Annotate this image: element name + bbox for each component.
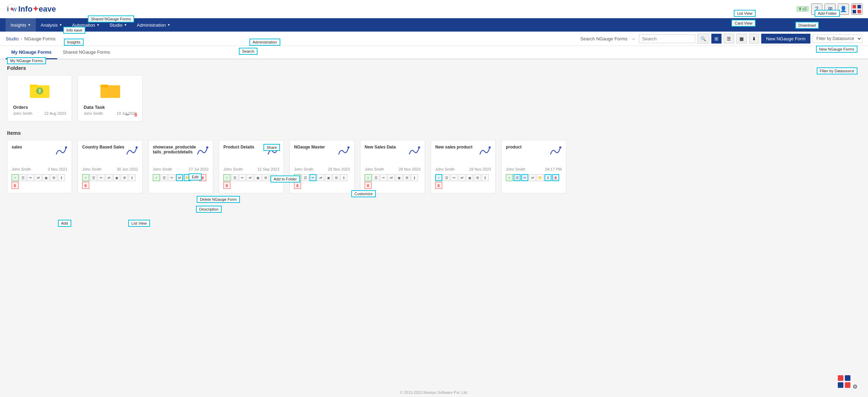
settings-btn-nsp[interactable]: ⚙ xyxy=(474,174,481,181)
logo[interactable]: i ✦ W Info ✦ eave xyxy=(6,4,56,15)
add-btn-nm[interactable]: + xyxy=(294,174,301,181)
share-btn-p[interactable]: ⇌ xyxy=(529,174,536,181)
circle-btn-nm[interactable]: ◉ xyxy=(325,174,332,181)
settings-btn-nm[interactable]: ⚙ xyxy=(333,174,340,181)
del-btn-nm[interactable]: 🗑 xyxy=(294,182,301,189)
edit-btn-nsd[interactable]: ✏ xyxy=(380,174,387,181)
item-new-sales-data[interactable]: New Sales Data John Smith 28 Nov 2023 + … xyxy=(360,140,425,193)
item-new-sales-data-header: New Sales Data xyxy=(365,145,420,157)
user-icon[interactable]: 👤 xyxy=(838,4,849,15)
share-btn-nm[interactable]: ⇌ xyxy=(317,174,324,181)
nav-item-insights[interactable]: Insights ▼ xyxy=(6,18,36,32)
nav-item-analysis[interactable]: Analysis ▼ xyxy=(36,18,67,32)
info-btn-sh[interactable]: ℹ xyxy=(191,174,198,181)
del-btn-cs[interactable]: 🗑 xyxy=(82,182,89,189)
edit-btn-nsp[interactable]: ✏ xyxy=(451,174,458,181)
add-btn-p[interactable]: + xyxy=(506,174,513,181)
add-btn-sales[interactable]: + xyxy=(12,174,19,181)
tabs-bar: My NGauge Forms Shared NGauge Forms xyxy=(0,46,868,59)
circle-btn-sales[interactable]: ◉ xyxy=(43,174,50,181)
edit-btn-nm[interactable]: ✏ xyxy=(309,174,316,181)
edit-btn-cs[interactable]: ✏ xyxy=(98,174,105,181)
tab-my-nguage-forms[interactable]: My NGauge Forms xyxy=(6,46,57,59)
help-icon[interactable]: ? xyxy=(811,4,822,15)
share-btn-pd[interactable]: ⇌ xyxy=(247,174,254,181)
tab-shared-nguage-forms[interactable]: Shared NGauge Forms xyxy=(57,46,116,59)
info-btn-cs[interactable]: ℹ xyxy=(129,174,136,181)
share-btn-sales[interactable]: ⇌ xyxy=(35,174,42,181)
card-view-btn[interactable]: ⊞ xyxy=(711,34,722,44)
info-btn-p[interactable]: ℹ xyxy=(544,174,552,181)
list-btn-sh[interactable]: ☰ xyxy=(161,174,168,181)
add-btn-nsp[interactable]: + xyxy=(435,174,442,181)
info-btn-nm[interactable]: ℹ xyxy=(340,174,347,181)
list-btn-nsd[interactable]: ☰ xyxy=(372,174,379,181)
settings-btn-pd[interactable]: ⚙ xyxy=(262,174,269,181)
settings-btn-sales[interactable]: ⚙ xyxy=(50,174,57,181)
logo-text2: eave xyxy=(39,5,56,14)
grid-icon[interactable]: ⊞ xyxy=(824,4,836,15)
list-btn-nsp[interactable]: ☰ xyxy=(443,174,450,181)
add-btn-pd[interactable]: + xyxy=(223,174,230,181)
share-btn-nsp[interactable]: ⇌ xyxy=(458,174,465,181)
download-top-btn[interactable]: ⬇ xyxy=(749,34,759,44)
share-btn-cs[interactable]: ⇌ xyxy=(105,174,112,181)
del-btn-p[interactable]: 🗑 xyxy=(552,174,559,181)
image-view-btn[interactable]: ▦ xyxy=(736,34,747,44)
list-btn-nm[interactable]: ☰ xyxy=(302,174,309,181)
nguage-logo-icon[interactable] xyxy=(851,4,862,15)
info-btn-nsd[interactable]: ℹ xyxy=(411,174,418,181)
folder-data-task[interactable]: Data Task John Smith 10 Jul 2023 ✏ 🗑 xyxy=(78,75,143,121)
add-btn-sh[interactable]: + xyxy=(153,174,160,181)
share-btn-sh[interactable]: ⇌ xyxy=(176,174,183,181)
list-btn-p[interactable]: ☰ xyxy=(514,174,521,181)
edit-btn-pd[interactable]: ✏ xyxy=(239,174,246,181)
new-nguage-form-btn[interactable]: New NGauge Form xyxy=(761,34,810,44)
item-country-sales[interactable]: Country Based Sales John Smith 30 Jun 20… xyxy=(78,140,143,193)
item-product[interactable]: product John Smith 04:17 PM + ☰ ✏ ⇌ 📁 xyxy=(501,140,566,193)
nav-item-automation[interactable]: Automation ▼ xyxy=(67,18,105,32)
circle-btn-pd[interactable]: ◉ xyxy=(254,174,261,181)
search-button[interactable]: 🔍 xyxy=(697,34,709,44)
list-view-btn-top[interactable]: ☰ xyxy=(724,34,734,44)
edit-btn-sh[interactable]: ✏ xyxy=(168,174,175,181)
del-btn-nsp[interactable]: 🗑 xyxy=(435,182,442,189)
item-showcase[interactable]: showcase_productdetails_productdetails J… xyxy=(148,140,213,193)
settings-btn-cs[interactable]: ⚙ xyxy=(121,174,128,181)
list-btn-pd[interactable]: ☰ xyxy=(231,174,238,181)
nav-item-studio[interactable]: Studio ▼ xyxy=(105,18,132,32)
items-title: Items xyxy=(7,130,861,136)
add-btn-nsd[interactable]: + xyxy=(365,174,372,181)
nav-item-administration[interactable]: Administration ▼ xyxy=(132,18,175,32)
edit-btn-sales[interactable]: ✏ xyxy=(27,174,34,181)
circle-btn-nsp[interactable]: ◉ xyxy=(466,174,473,181)
folder-delete-btn[interactable]: 🗑 xyxy=(132,111,139,118)
item-nguage-master[interactable]: NGauge Master John Smith 28 Nov 2023 + ☰… xyxy=(289,140,354,193)
edit-btn-p[interactable]: ✏ xyxy=(521,174,528,181)
filter-datasource-select[interactable]: Filter by Datasource xyxy=(812,34,862,43)
folder-edit-btn[interactable]: ✏ xyxy=(124,111,131,118)
item-sales[interactable]: sales John Smith 3 Nov 2021 + ☰ ✏ ⇌ ◉ xyxy=(7,140,72,193)
share-btn-nsd[interactable]: ⇌ xyxy=(388,174,395,181)
circle-btn-nsd[interactable]: ◉ xyxy=(396,174,403,181)
breadcrumb-studio[interactable]: Studio xyxy=(6,36,19,41)
del-btn-nsd[interactable]: 🗑 xyxy=(365,182,372,189)
settings-btn-nsd[interactable]: ⚙ xyxy=(403,174,410,181)
add-btn-cs[interactable]: + xyxy=(82,174,89,181)
add-folder-btn-sh[interactable]: 📁 xyxy=(184,174,191,181)
list-btn-sales[interactable]: ☰ xyxy=(19,174,26,181)
info-btn-sales[interactable]: ℹ xyxy=(58,174,65,181)
search-input[interactable] xyxy=(639,34,695,43)
item-product-details[interactable]: Product Details John Smith 15 Sep 2023 +… xyxy=(219,140,284,193)
folder-orders[interactable]: Orders John Smith 22 Aug 2023 xyxy=(7,75,72,121)
del-btn-pd[interactable]: 🗑 xyxy=(223,182,230,189)
info-btn-pd[interactable]: ℹ xyxy=(270,174,277,181)
circle-btn-cs[interactable]: ◉ xyxy=(113,174,120,181)
item-nguage-master-icon xyxy=(337,145,350,157)
item-new-sales-product[interactable]: New sales product John Smith 28 Nov 2023… xyxy=(431,140,496,193)
info-btn-nsp[interactable]: ℹ xyxy=(482,174,489,181)
add-folder-btn-p[interactable]: 📁 xyxy=(537,174,544,181)
del-btn-sh[interactable]: 🗑 xyxy=(199,174,206,181)
list-btn-cs[interactable]: ☰ xyxy=(90,174,97,181)
del-btn-sales[interactable]: 🗑 xyxy=(12,182,19,189)
